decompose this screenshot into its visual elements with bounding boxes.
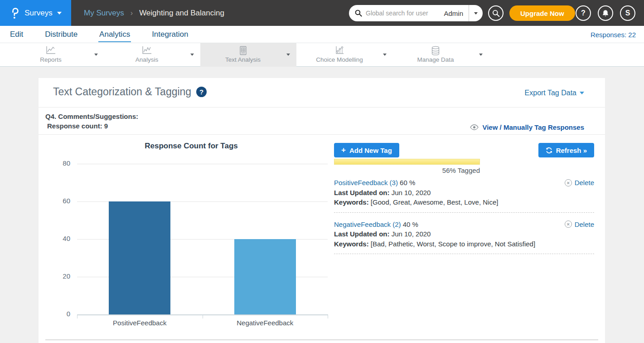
tab-integration[interactable]: Integration bbox=[151, 27, 189, 42]
subtab-reports[interactable]: Reports bbox=[8, 43, 104, 67]
tag-keywords-line: Keywords: [Good, Great, Awesome, Best, L… bbox=[334, 197, 594, 207]
chart-axis-tick bbox=[77, 314, 77, 318]
subtab-label: Text Analysis bbox=[200, 56, 286, 63]
notifications-button[interactable] bbox=[598, 5, 613, 21]
chart-ytick-label: 40 bbox=[45, 235, 70, 242]
responses-count[interactable]: Responses: 22 bbox=[591, 26, 636, 43]
page-title: Text Categorization & Tagging ? bbox=[53, 86, 207, 98]
tag-row-negative-feedback: NegativeFeedback (2) 40 % Last Updated o… bbox=[334, 217, 594, 255]
tab-edit[interactable]: Edit bbox=[9, 27, 24, 42]
tag-percent: 40 % bbox=[403, 220, 418, 228]
view-manually-tag-label: View / Manually Tag Responses bbox=[482, 123, 584, 131]
breadcrumb-my-surveys[interactable]: My Surveys bbox=[84, 9, 124, 18]
tagged-percent-label: 56% Tagged bbox=[334, 167, 480, 174]
text-categorization-card: Text Categorization & Tagging ? Export T… bbox=[39, 78, 605, 343]
search-scope-selector[interactable]: Admin bbox=[441, 10, 469, 17]
chevron-down-icon[interactable] bbox=[479, 54, 483, 56]
view-manually-tag-link[interactable]: View / Manually Tag Responses bbox=[470, 123, 584, 131]
chevron-down-icon bbox=[474, 12, 478, 15]
chevron-down-icon[interactable] bbox=[383, 54, 387, 56]
delete-tag-button[interactable]: × Delete bbox=[565, 220, 594, 230]
tag-keywords-label: Keywords: bbox=[334, 240, 369, 248]
upgrade-now-button[interactable]: Upgrade Now bbox=[509, 5, 575, 21]
subtab-label: Manage Data bbox=[393, 56, 478, 63]
tag-list: PositiveFeedback (3) 60 % Last Updated o… bbox=[334, 176, 594, 259]
breadcrumb-current-survey: Weighting and Balancing bbox=[139, 9, 224, 18]
subtab-text-analysis[interactable]: Text Analysis bbox=[200, 43, 296, 67]
analytics-subnav: Reports Analysis Text Analysis Choice Mo… bbox=[0, 43, 644, 67]
export-tag-data-label: Export Tag Data bbox=[525, 89, 576, 97]
tag-keywords-value: [Good, Great, Awesome, Best, Love, Nice] bbox=[371, 198, 499, 206]
chevron-down-icon[interactable] bbox=[190, 54, 194, 56]
help-button[interactable]: ? bbox=[576, 5, 591, 21]
brand-menu[interactable]: Surveys bbox=[0, 0, 71, 26]
tag-updated-label: Last Updated on: bbox=[334, 189, 390, 196]
refresh-button[interactable]: Refresh » bbox=[538, 143, 594, 157]
chevron-down-icon[interactable] bbox=[286, 54, 290, 56]
subtab-choice-modelling[interactable]: Choice Modelling bbox=[297, 43, 393, 67]
brand-chevron-down-icon bbox=[57, 12, 62, 15]
subtab-analysis[interactable]: Analysis bbox=[104, 43, 200, 67]
top-header-bar: Surveys My Surveys › Weighting and Balan… bbox=[0, 0, 644, 26]
chart-gridline bbox=[77, 164, 328, 164]
subtab-manage-data[interactable]: Manage Data bbox=[393, 43, 489, 67]
subtab-label: Choice Modelling bbox=[297, 56, 382, 63]
tag-updated-label: Last Updated on: bbox=[334, 230, 390, 238]
chart-canvas: 020406080PositiveFeedbackNegativeFeedbac… bbox=[45, 137, 335, 333]
eye-icon bbox=[470, 124, 479, 130]
search-submit-button[interactable] bbox=[488, 5, 504, 21]
refresh-label: Refresh » bbox=[556, 147, 587, 154]
add-new-tag-label: Add New Tag bbox=[349, 147, 392, 154]
text-analysis-icon bbox=[200, 46, 286, 55]
page-title-text: Text Categorization & Tagging bbox=[53, 86, 191, 98]
delete-circle-icon: × bbox=[565, 220, 572, 228]
divider bbox=[39, 107, 605, 108]
chart-axis-tick bbox=[328, 314, 328, 318]
survey-nav-bar: Edit Distribute Analytics Integration Re… bbox=[0, 26, 644, 43]
question-label: Q4. Comments/Suggestions: bbox=[45, 112, 138, 121]
search-icon bbox=[355, 10, 362, 17]
delete-circle-icon: × bbox=[565, 179, 572, 186]
database-icon bbox=[393, 46, 478, 56]
chart-category-label: NegativeFeedback bbox=[203, 319, 328, 327]
questionpro-logo-icon bbox=[10, 6, 20, 20]
tab-analytics[interactable]: Analytics bbox=[98, 27, 131, 42]
chart-bar-NegativeFeedback bbox=[234, 239, 296, 314]
title-help-icon[interactable]: ? bbox=[196, 87, 207, 97]
tag-keywords-label: Keywords: bbox=[334, 198, 369, 206]
breadcrumb-separator: › bbox=[124, 9, 139, 17]
delete-label: Delete bbox=[575, 220, 594, 230]
tag-name-line: NegativeFeedback (2) 40 % bbox=[334, 220, 594, 230]
search-icon bbox=[492, 10, 500, 17]
trend-chart-icon bbox=[104, 46, 189, 55]
tag-keywords-line: Keywords: [Bad, Pathetic, Worst, Scope t… bbox=[334, 239, 594, 249]
tab-distribute[interactable]: Distribute bbox=[44, 27, 78, 42]
tag-updated-value: Jun 10, 2020 bbox=[392, 230, 431, 238]
tag-updated-value: Jun 10, 2020 bbox=[392, 189, 431, 196]
chart-bar-PositiveFeedback bbox=[109, 201, 170, 314]
tag-percent: 60 % bbox=[400, 179, 415, 186]
delete-tag-button[interactable]: × Delete bbox=[565, 178, 594, 188]
tag-name-link[interactable]: NegativeFeedback (2) bbox=[334, 220, 401, 228]
divider bbox=[39, 134, 605, 135]
chevron-down-icon[interactable] bbox=[94, 54, 98, 56]
export-tag-data-dropdown[interactable]: Export Tag Data bbox=[525, 89, 584, 97]
tag-updated-line: Last Updated on: Jun 10, 2020 bbox=[334, 229, 594, 239]
card-bottom-divider bbox=[45, 339, 598, 340]
search-scope-dropdown[interactable] bbox=[469, 5, 483, 21]
line-chart-icon bbox=[8, 46, 93, 55]
add-new-tag-button[interactable]: + Add New Tag bbox=[334, 143, 399, 157]
chart-ytick-label: 0 bbox=[45, 310, 70, 318]
choice-modelling-icon bbox=[297, 46, 382, 55]
subtab-label: Reports bbox=[8, 56, 93, 63]
chart-category-label: PositiveFeedback bbox=[77, 319, 203, 327]
chart-ytick-label: 60 bbox=[45, 197, 70, 205]
global-search-input[interactable] bbox=[366, 10, 441, 17]
account-avatar[interactable]: S bbox=[620, 5, 635, 21]
tag-name-link[interactable]: PositiveFeedback (3) bbox=[334, 179, 398, 186]
refresh-icon bbox=[546, 147, 552, 154]
tag-row-positive-feedback: PositiveFeedback (3) 60 % Last Updated o… bbox=[334, 176, 594, 213]
delete-label: Delete bbox=[575, 178, 594, 188]
chart-axis-tick bbox=[203, 314, 203, 318]
chart-ytick-label: 80 bbox=[45, 159, 70, 167]
